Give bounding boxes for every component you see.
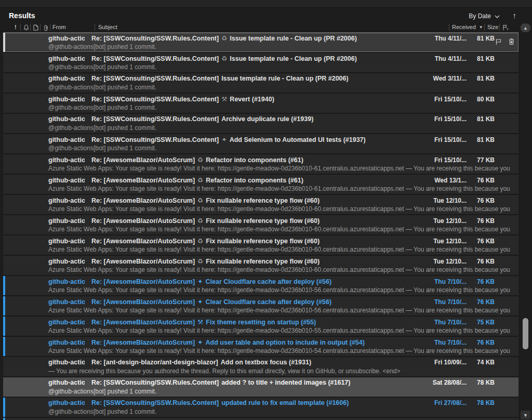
message-sender: github-actions... <box>48 278 85 285</box>
size-column-header[interactable]: Size <box>487 24 498 30</box>
message-row[interactable]: github-actions... Re: [ant-design-blazor… <box>3 357 518 376</box>
message-row[interactable]: github-actions... Re: [AwesomeBlazor/Aut… <box>3 215 518 234</box>
message-row-line1: github-actions... Re: [AwesomeBlazor/Aut… <box>48 196 518 205</box>
message-preview: @github-actions[bot] pushed 1 commit. <box>48 104 518 112</box>
from-column-header[interactable]: From <box>52 24 66 30</box>
trash-icon[interactable] <box>507 37 515 46</box>
message-preview: Azure Static Web Apps: Your stage site i… <box>48 205 518 214</box>
attachment-paperclip-icon[interactable] <box>42 24 49 31</box>
message-row[interactable]: github-actions... Re: [SSWConsulting/SSW… <box>3 398 518 417</box>
subject-repo-prefix: Re: [AwesomeBlazor/AutoScrum] <box>91 298 195 306</box>
message-received-date: Thu 7/10/... <box>421 339 467 346</box>
message-subject: Re: [AwesomeBlazor/AutoScrum]⚒Fix theme … <box>91 318 421 326</box>
message-row-line1: github-actions... Re: [SSWConsulting/SSW… <box>48 95 518 104</box>
message-sender: github-actions... <box>48 96 85 103</box>
flag-icon[interactable] <box>494 37 502 46</box>
message-preview: Azure Static Web Apps: Your stage site i… <box>48 185 518 193</box>
subject-repo-prefix: Re: [AwesomeBlazor/AutoScrum] <box>91 217 195 225</box>
subject-text: Clear Cloudflare cache after deploy (#56… <box>206 298 331 306</box>
message-subject: Re: [AwesomeBlazor/AutoScrum]✦Clear Clou… <box>91 298 421 306</box>
message-sender: github-actions... <box>48 156 85 164</box>
message-preview: @github-actions[bot] pushed 1 commit. <box>48 84 518 92</box>
message-row[interactable]: github-actions... Re: [AwesomeBlazor/Aut… <box>3 276 518 295</box>
subject-emoji-icon: ♻ <box>197 197 203 204</box>
message-row-line1: github-actions... Re: [AwesomeBlazor/Aut… <box>48 298 518 307</box>
message-row[interactable]: github-actions... Re: [SSWConsulting/SSW… <box>3 114 518 133</box>
message-row[interactable]: github-actions... Re: [SSWConsulting/SSW… <box>3 134 518 153</box>
message-row-line1: github-actions... Re: [AwesomeBlazor/Aut… <box>48 318 518 327</box>
message-preview: @github-actions[bot] pushed 1 commit. <box>48 124 518 133</box>
subject-text: Issue template rule - Clean up (PR #2006… <box>221 75 349 82</box>
message-list: github-actions... Re: [SSWConsulting/SSW… <box>3 33 518 420</box>
message-preview: Azure Static Web Apps: Your stage site i… <box>48 266 518 274</box>
message-row[interactable]: github-actions... Re: [SSWConsulting/SSW… <box>3 33 518 52</box>
subject-text: Issue template rule - Clean up (PR #2006… <box>230 35 357 42</box>
message-row[interactable]: github-actions... Re: [AwesomeBlazor/Aut… <box>3 195 518 214</box>
chevron-down-icon <box>495 12 500 20</box>
subject-repo-prefix: Re: [SSWConsulting/SSW.Rules.Content] <box>91 55 219 62</box>
message-sender: github-actions... <box>48 379 85 386</box>
message-size: 74 KB <box>467 359 495 366</box>
message-subject: Re: [SSWConsulting/SSW.Rules.Content]⚒Re… <box>91 95 421 103</box>
subject-emoji-icon: ♻ <box>197 156 203 164</box>
flag-filter-column-icon[interactable] <box>502 24 509 31</box>
importance-column-icon[interactable]: ! <box>15 24 17 30</box>
subject-text: Add user table and option to include in … <box>206 339 365 346</box>
message-row-line1: github-actions... Re: [AwesomeBlazor/Aut… <box>48 156 518 165</box>
message-size: 81 KB <box>467 55 495 62</box>
message-received-date: Tue 12/10... <box>421 197 467 204</box>
message-row[interactable]: github-actions... Re: [AwesomeBlazor/Aut… <box>3 296 518 316</box>
subject-emoji-icon: ♻ <box>221 35 227 42</box>
subject-emoji-icon: ♻ <box>221 55 227 62</box>
message-row[interactable]: github-actions... Re: [SSWConsulting/SSW… <box>3 94 518 113</box>
subject-repo-prefix: Re: [AwesomeBlazor/AutoScrum] <box>91 177 195 184</box>
message-row[interactable]: github-actions... Re: [AwesomeBlazor/Aut… <box>3 337 518 356</box>
subject-emoji-icon: ♻ <box>197 217 203 225</box>
message-row-line1: github-actions... Re: [SSWConsulting/SSW… <box>48 379 518 388</box>
message-subject: Re: [AwesomeBlazor/AutoScrum]✦Add user t… <box>91 338 421 346</box>
sort-by-button[interactable]: By Date <box>469 12 500 20</box>
message-row-line1: github-actions... Re: [AwesomeBlazor/Aut… <box>48 176 518 185</box>
message-preview: @github-actions[bot] pushed 1 commit. <box>48 43 518 51</box>
message-row[interactable]: github-actions... Re: [SSWConsulting/SSW… <box>3 418 518 420</box>
message-sender: github-actions... <box>48 399 85 406</box>
scrollbar-thumb[interactable] <box>523 318 528 349</box>
scrollbar-up-arrow[interactable]: ▲ <box>521 23 530 32</box>
message-size: 80 KB <box>467 96 495 103</box>
message-received-date: Tue 12/10... <box>421 217 467 225</box>
sort-direction-button[interactable]: ↑ <box>513 11 517 20</box>
message-row[interactable]: github-actions... Re: [AwesomeBlazor/Aut… <box>3 235 518 255</box>
message-size: 81 KB <box>467 115 495 123</box>
message-row[interactable]: github-actions... Re: [AwesomeBlazor/Aut… <box>3 175 518 194</box>
message-received-date: Fri 15/10/... <box>421 115 467 123</box>
message-size: 78 KB <box>467 379 495 386</box>
message-row[interactable]: github-actions... Re: [SSWConsulting/SSW… <box>3 377 518 397</box>
item-type-icon[interactable] <box>32 24 39 31</box>
message-row-line1: github-actions... Re: [SSWConsulting/SSW… <box>48 115 518 124</box>
message-sender: github-actions... <box>48 35 85 42</box>
received-column-header[interactable]: Received▼ <box>452 24 483 30</box>
subject-text: Clear Cloudflare cache after deploy (#56… <box>206 278 331 285</box>
subject-repo-prefix: Re: [SSWConsulting/SSW.Rules.Content] <box>91 115 219 123</box>
subject-repo-prefix: Re: [AwesomeBlazor/AutoScrum] <box>91 156 195 164</box>
row-quick-actions <box>494 37 515 46</box>
message-received-date: Fri 15/10/... <box>421 96 467 103</box>
message-row[interactable]: github-actions... Re: [SSWConsulting/SSW… <box>3 73 518 93</box>
message-size: 78 KB <box>467 399 495 406</box>
message-received-date: Wed 3/11/... <box>421 75 467 82</box>
subject-column-header[interactable]: Subject <box>98 24 117 30</box>
message-sender: github-actions... <box>48 298 85 306</box>
subject-repo-prefix: Re: [SSWConsulting/SSW.Rules.Content] <box>91 96 219 103</box>
message-sender: github-actions... <box>48 75 85 82</box>
message-row[interactable]: github-actions... Re: [AwesomeBlazor/Aut… <box>3 154 518 174</box>
message-row[interactable]: github-actions... Re: [AwesomeBlazor/Aut… <box>3 256 518 275</box>
message-size: 76 KB <box>467 258 495 265</box>
message-preview: Azure Static Web Apps: Your stage site i… <box>48 347 518 356</box>
scrollbar-down-arrow[interactable]: ▼ <box>521 411 530 419</box>
message-preview: Azure Static Web Apps: Your stage site i… <box>48 307 518 315</box>
results-title: Results <box>9 11 35 20</box>
reminder-bell-icon[interactable] <box>22 24 30 31</box>
message-row-line1: github-actions... Re: [AwesomeBlazor/Aut… <box>48 237 518 246</box>
message-row[interactable]: github-actions... Re: [AwesomeBlazor/Aut… <box>3 317 518 336</box>
message-row[interactable]: github-actions... Re: [SSWConsulting/SSW… <box>3 53 518 72</box>
